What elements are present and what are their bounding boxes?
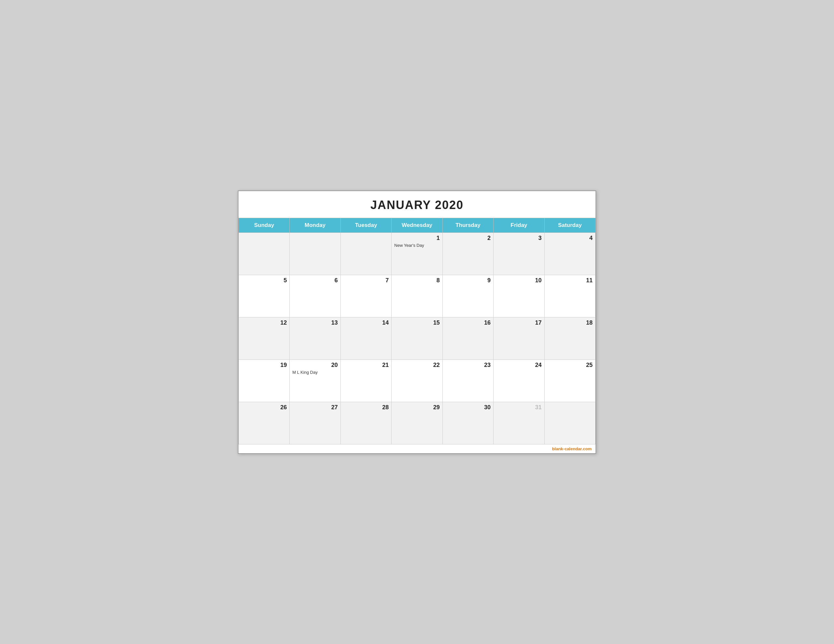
table-row [289,232,341,275]
day-number: 16 [445,320,491,326]
calendar-body: 1New Year's Day2345678910111213141516171… [239,232,596,444]
day-number: 30 [445,404,491,411]
header-day-monday: Monday [289,218,341,232]
table-row [545,402,595,444]
calendar-week-5: 262728293031 [239,402,596,444]
calendar-week-4: 1920M L King Day2122232425 [239,360,596,402]
table-row: 24 [493,360,545,402]
day-number: 12 [241,320,287,326]
table-row [341,232,391,275]
table-row: 30 [443,402,493,444]
calendar-week-1: 1New Year's Day234 [239,232,596,275]
day-number: 31 [496,404,541,411]
header-day-saturday: Saturday [545,218,595,232]
table-row: 6 [289,275,341,317]
table-row: 3 [493,232,545,275]
table-row: 26 [239,402,289,444]
day-number: 13 [292,320,338,326]
day-number: 8 [394,277,440,284]
day-number: 15 [394,320,440,326]
day-number: 6 [292,277,338,284]
table-row: 16 [443,317,493,360]
calendar-header-row: SundayMondayTuesdayWednesdayThursdayFrid… [239,218,596,232]
table-row: 4 [545,232,595,275]
table-row: 1New Year's Day [391,232,443,275]
table-row: 14 [341,317,391,360]
table-row: 23 [443,360,493,402]
day-number: 22 [394,362,440,368]
day-number: 18 [547,320,593,326]
header-day-wednesday: Wednesday [391,218,443,232]
table-row: 10 [493,275,545,317]
table-row: 17 [493,317,545,360]
day-number: 24 [496,362,541,368]
table-row: 5 [239,275,289,317]
day-number: 25 [547,362,593,368]
table-row: 2 [443,232,493,275]
table-row: 13 [289,317,341,360]
table-row: 11 [545,275,595,317]
day-number: 3 [496,235,541,242]
table-row: 15 [391,317,443,360]
day-number: 27 [292,404,338,411]
table-row: 27 [289,402,341,444]
table-row: 31 [493,402,545,444]
table-row: 18 [545,317,595,360]
table-row: 9 [443,275,493,317]
calendar-week-2: 567891011 [239,275,596,317]
header-day-tuesday: Tuesday [341,218,391,232]
table-row: 21 [341,360,391,402]
table-row: 29 [391,402,443,444]
day-number: 20 [292,362,338,368]
day-number: 5 [241,277,287,284]
day-number: 19 [241,362,287,368]
table-row [239,232,289,275]
table-row: 28 [341,402,391,444]
table-row: 25 [545,360,595,402]
table-row: 8 [391,275,443,317]
day-number: 1 [394,235,440,242]
day-number: 7 [343,277,389,284]
calendar-week-3: 12131415161718 [239,317,596,360]
day-number: 2 [445,235,491,242]
day-number: 17 [496,320,541,326]
day-number: 21 [343,362,389,368]
table-row: 7 [341,275,391,317]
calendar-container: JANUARY 2020 SundayMondayTuesdayWednesda… [238,190,596,454]
table-row: 12 [239,317,289,360]
header-day-thursday: Thursday [443,218,493,232]
calendar-footer: blank-calendar.com [238,444,596,453]
day-number: 23 [445,362,491,368]
event-text: M L King Day [292,370,338,375]
day-number: 26 [241,404,287,411]
calendar-title: JANUARY 2020 [238,191,596,218]
table-row: 22 [391,360,443,402]
table-row: 20M L King Day [289,360,341,402]
day-number: 29 [394,404,440,411]
event-text: New Year's Day [394,243,440,248]
calendar-table: SundayMondayTuesdayWednesdayThursdayFrid… [238,218,596,444]
day-number: 28 [343,404,389,411]
table-row: 19 [239,360,289,402]
day-number: 9 [445,277,491,284]
day-number: 14 [343,320,389,326]
day-number: 10 [496,277,541,284]
day-number: 11 [547,277,593,284]
header-day-friday: Friday [493,218,545,232]
header-day-sunday: Sunday [239,218,289,232]
day-number: 4 [547,235,593,242]
